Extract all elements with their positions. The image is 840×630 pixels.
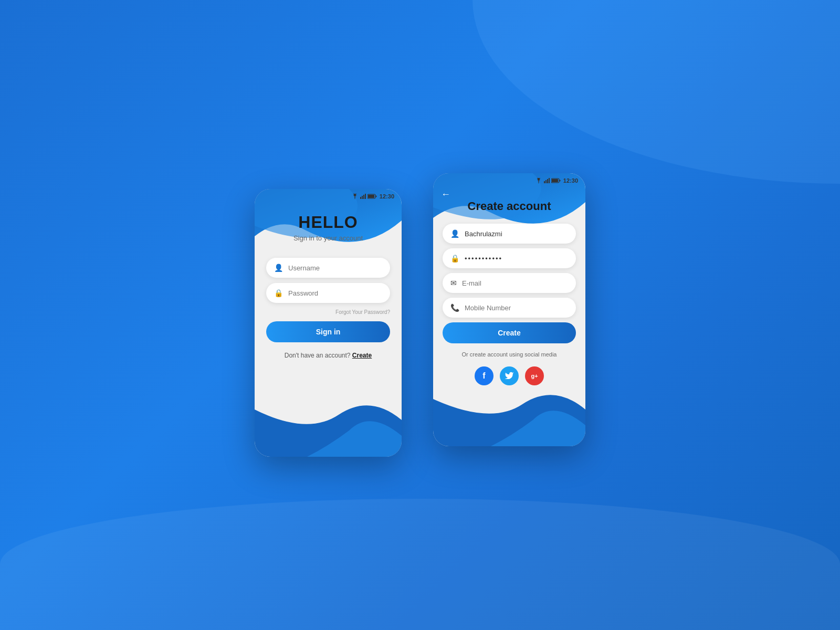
back-button[interactable]: ←	[441, 189, 450, 200]
user-icon: 👤	[274, 264, 283, 272]
create-content: Create account 👤 🔒 ✉ 📞	[433, 173, 585, 446]
facebook-button[interactable]: f	[475, 366, 494, 385]
signin-content: HELLO Sign in to your account 👤 🔒 Forgot…	[255, 189, 402, 457]
create-title: Create account	[446, 200, 572, 213]
username-input[interactable]	[288, 264, 382, 272]
create-lock-icon: 🔒	[450, 254, 459, 262]
email-field-container: ✉	[443, 273, 576, 293]
mobile-field-container: 📞	[443, 298, 576, 318]
password-input[interactable]	[288, 289, 382, 297]
forgot-password-link[interactable]: Forgot Your Password?	[266, 308, 390, 316]
svg-rect-7	[559, 180, 560, 182]
phone-icon: 📞	[450, 303, 459, 312]
create-password-input[interactable]	[465, 255, 568, 262]
screens-container: 12:30 HELLO Sign in to your account	[255, 173, 585, 457]
signal-icon	[360, 194, 366, 199]
twitter-icon	[505, 371, 514, 381]
create-username-input[interactable]	[465, 230, 568, 238]
svg-point-4	[538, 183, 539, 183]
create-user-icon: 👤	[450, 229, 459, 238]
email-icon: ✉	[450, 279, 457, 287]
create-status-bar: 12:30	[528, 173, 585, 186]
battery-icon	[368, 194, 377, 199]
status-icons	[351, 194, 377, 199]
facebook-icon: f	[482, 371, 485, 381]
hello-text: HELLO	[268, 213, 388, 232]
create-account-link[interactable]: Create	[352, 352, 372, 359]
create-screen: 12:30 ← Create account	[433, 173, 585, 446]
svg-rect-6	[552, 179, 558, 182]
social-icons-container: f g+	[443, 366, 576, 385]
create-time: 12:30	[563, 177, 578, 184]
no-account-text: Don't have an account? Create	[266, 352, 390, 359]
signin-button[interactable]: Sign in	[266, 321, 390, 342]
svg-point-0	[354, 198, 355, 199]
create-wifi-icon	[535, 178, 542, 183]
create-battery-icon	[551, 178, 561, 183]
wifi-icon	[351, 194, 359, 199]
create-password-container: 🔒	[443, 248, 576, 268]
lock-icon: 🔒	[274, 289, 283, 297]
signin-form: 👤 🔒 Forgot Your Password? Sign in Don't …	[255, 250, 402, 367]
create-username-container: 👤	[443, 224, 576, 244]
mobile-input[interactable]	[465, 304, 568, 312]
create-status-icons	[535, 178, 561, 183]
social-text: Or create account using social media	[443, 351, 576, 358]
create-button[interactable]: Create	[443, 322, 576, 343]
username-field-container: 👤	[266, 258, 390, 278]
password-field-container: 🔒	[266, 283, 390, 303]
svg-rect-2	[368, 195, 374, 198]
email-input[interactable]	[462, 279, 568, 287]
create-signal-icon	[544, 178, 550, 183]
google-icon: g+	[531, 373, 538, 379]
signin-screen: 12:30 HELLO Sign in to your account	[255, 189, 402, 457]
signin-status-bar: 12:30	[344, 189, 402, 202]
svg-rect-3	[375, 196, 376, 197]
create-form: 👤 🔒 ✉ 📞 Create Or create account using	[433, 219, 585, 390]
twitter-button[interactable]	[500, 366, 519, 385]
google-button[interactable]: g+	[525, 366, 544, 385]
signin-time: 12:30	[380, 193, 394, 200]
signin-subtitle: Sign in to your account	[268, 234, 388, 242]
